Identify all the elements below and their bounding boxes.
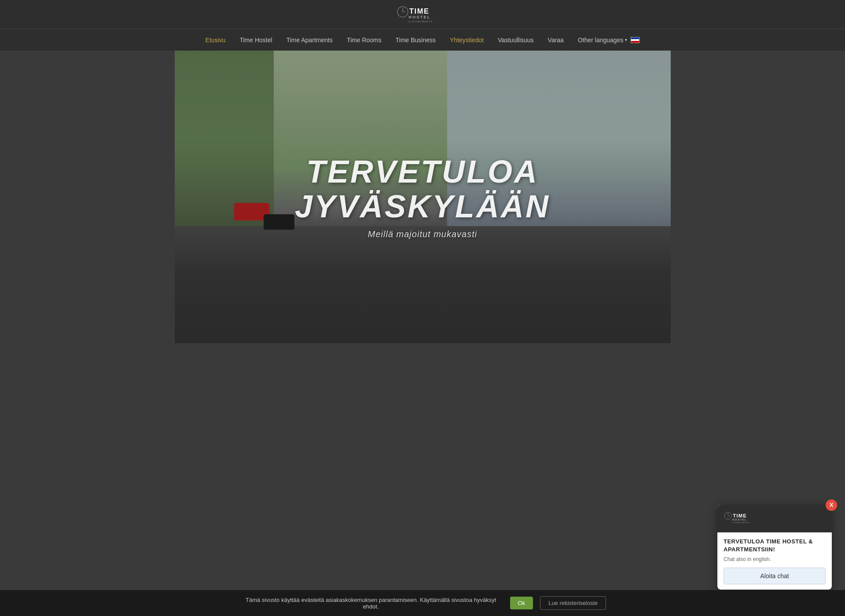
page-wrapper: TIME HOSTEL & APARTMENTS Etusivu Time Ho… — [0, 0, 845, 616]
main-nav: Etusivu Time Hostel Time Apartments Time… — [0, 29, 845, 51]
chat-title: TERVETULOA TIME HOSTEL & APARTMENTSIIN! — [724, 538, 826, 554]
site-header: TIME HOSTEL & APARTMENTS — [0, 0, 845, 29]
hero-title-line1: TERVETULOA — [295, 154, 550, 189]
flag-icon-en — [631, 37, 639, 43]
nav-item-time-business[interactable]: Time Business — [389, 29, 443, 51]
nav-item-time-hostel[interactable]: Time Hostel — [232, 29, 279, 51]
svg-text:& APARTMENTS: & APARTMENTS — [409, 20, 433, 23]
nav-item-time-apartments[interactable]: Time Apartments — [279, 29, 340, 51]
cookie-text: Tämä sivusto käyttää evästeitä asiakasko… — [239, 597, 503, 610]
svg-text:TIME: TIME — [733, 513, 747, 518]
chat-start-button[interactable]: Aloita chat — [724, 568, 826, 584]
svg-text:& APARTMENTS: & APARTMENTS — [732, 521, 750, 524]
logo-container[interactable]: TIME HOSTEL & APARTMENTS — [396, 4, 449, 24]
hero-wrapper: TERVETULOA JYVÄSKYLÄÄN Meillä majoitut m… — [0, 51, 845, 343]
svg-text:HOSTEL: HOSTEL — [732, 518, 747, 521]
hero-subtitle: Meillä majoitut mukavasti — [295, 229, 550, 239]
chevron-down-icon: ▾ — [625, 37, 627, 42]
hero-text-block: TERVETULOA JYVÄSKYLÄÄN Meillä majoitut m… — [295, 154, 550, 239]
site-logo: TIME HOSTEL & APARTMENTS — [396, 4, 449, 24]
cookie-read-button[interactable]: Lue rekisteriseloste — [540, 596, 606, 610]
nav-item-time-rooms[interactable]: Time Rooms — [340, 29, 389, 51]
svg-text:TIME: TIME — [409, 7, 429, 15]
chat-logo: TIME HOSTEL & APARTMENTS — [724, 510, 768, 525]
nav-item-vastuullisuus[interactable]: Vastuullisuus — [491, 29, 540, 51]
nav-item-yhteystiedot[interactable]: Yhteystiedot — [443, 29, 491, 51]
cookie-ok-button[interactable]: Ok — [510, 597, 533, 609]
svg-text:HOSTEL: HOSTEL — [409, 15, 431, 19]
nav-item-other-languages[interactable]: Other languages ▾ — [571, 37, 647, 44]
chat-widget: X TIME HOSTEL & APARTMENTS TERVETULOA TI… — [717, 505, 832, 590]
chat-close-button[interactable]: X — [826, 499, 837, 511]
chat-subtitle: Chat also in english. — [724, 556, 826, 562]
hero-title-line2: JYVÄSKYLÄÄN — [295, 189, 550, 224]
hero-section: TERVETULOA JYVÄSKYLÄÄN Meillä majoitut m… — [175, 51, 671, 343]
chat-body: TERVETULOA TIME HOSTEL & APARTMENTSIIN! … — [717, 532, 832, 590]
other-languages-label: Other languages — [578, 37, 624, 44]
nav-item-varaa[interactable]: Varaa — [541, 29, 571, 51]
chat-header: TIME HOSTEL & APARTMENTS — [717, 505, 832, 532]
nav-item-etusivu[interactable]: Etusivu — [198, 29, 233, 51]
cookie-bar: Tämä sivusto käyttää evästeitä asiakasko… — [0, 590, 845, 616]
